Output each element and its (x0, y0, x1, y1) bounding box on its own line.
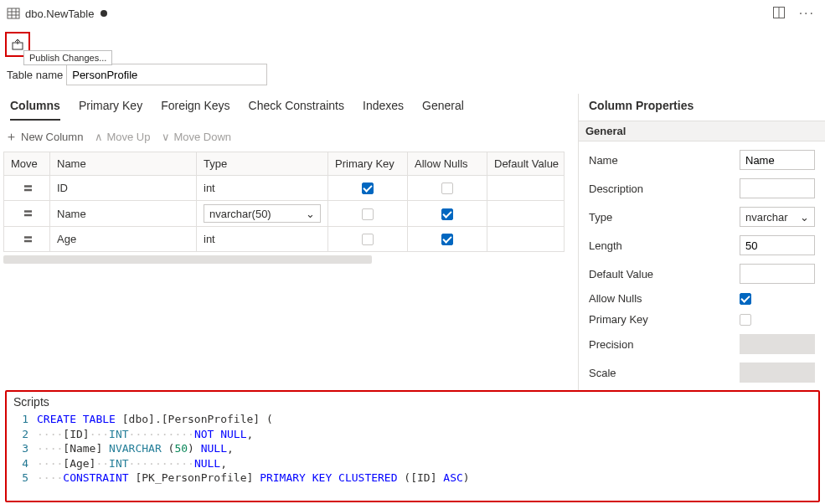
scripts-panel: Scripts 1CREATE TABLE [dbo].[PersonProfi… (5, 390, 820, 502)
chevron-down-icon: ⌄ (306, 208, 315, 220)
designer-tabs: Columns Primary Key Foreign Keys Check C… (0, 94, 578, 121)
move-up-button[interactable]: ∧ Move Up (95, 131, 150, 143)
publish-button-highlight: Publish Changes... (5, 32, 30, 57)
plus-icon: ＋ (5, 129, 18, 145)
table-name-input[interactable] (66, 64, 267, 85)
drag-handle-icon[interactable]: 〓 (4, 176, 50, 201)
drag-handle-icon[interactable]: 〓 (4, 227, 50, 252)
properties-title: Column Properties (589, 94, 815, 121)
type-value: int (204, 233, 215, 245)
prop-type-value: nvarchar (745, 211, 788, 224)
prop-label-default: Default Value (589, 268, 740, 280)
pk-checkbox[interactable] (362, 183, 374, 194)
scripts-title: Scripts (13, 395, 812, 409)
allownulls-checkbox[interactable] (441, 234, 453, 245)
default-value-cell[interactable] (487, 201, 565, 227)
unsaved-indicator-icon (101, 10, 107, 17)
pk-checkbox[interactable] (362, 234, 374, 245)
tab-indexes[interactable]: Indexes (363, 94, 404, 121)
move-down-label: Move Down (173, 131, 231, 143)
table-icon (7, 7, 20, 20)
new-column-label: New Column (21, 131, 83, 143)
table-name-label: Table name (7, 69, 63, 81)
prop-name-input[interactable] (740, 150, 815, 170)
column-properties-panel: Column Properties General Name Descripti… (578, 94, 825, 401)
allownulls-checkbox[interactable] (441, 183, 453, 194)
type-value: int (204, 182, 215, 194)
col-header-name[interactable]: Name (50, 152, 197, 176)
move-up-label: Move Up (106, 131, 150, 143)
prop-label-allownulls: Allow Nulls (589, 292, 740, 305)
new-column-button[interactable]: ＋ New Column (5, 129, 83, 145)
prop-default-input[interactable] (740, 264, 815, 284)
prop-label-length: Length (589, 239, 740, 252)
tab-columns[interactable]: Columns (10, 94, 60, 121)
split-editor-icon[interactable] (769, 4, 789, 23)
column-name-cell[interactable]: ID (50, 176, 197, 201)
move-down-button[interactable]: ∨ Move Down (162, 131, 231, 143)
title-bar: dbo.NewTable ··· (0, 0, 825, 27)
toolbar: Publish Changes... (0, 27, 825, 57)
tab-check-constraints[interactable]: Check Constraints (249, 94, 344, 121)
prop-label-name: Name (589, 154, 740, 167)
table-row[interactable]: 〓 Age int (4, 227, 565, 252)
table-row[interactable]: 〓 ID int (4, 176, 565, 201)
prop-type-select[interactable]: nvarchar ⌄ (740, 207, 815, 227)
prop-precision-input (740, 334, 815, 354)
chevron-down-icon: ∨ (162, 131, 170, 143)
prop-description-input[interactable] (740, 178, 815, 198)
column-name-cell[interactable]: Age (50, 227, 197, 252)
col-header-type[interactable]: Type (197, 152, 328, 176)
column-type-cell[interactable]: int (197, 227, 328, 252)
prop-length-input[interactable] (740, 235, 815, 255)
columns-table: Move Name Type Primary Key Allow Nulls D… (3, 152, 565, 252)
prop-scale-input (740, 363, 815, 383)
column-type-cell[interactable]: nvarchar(50)⌄ (197, 201, 328, 227)
col-header-default[interactable]: Default Value (487, 152, 565, 176)
tab-primary-key[interactable]: Primary Key (79, 94, 142, 121)
editor-tab-title[interactable]: dbo.NewTable (25, 8, 94, 20)
prop-allownulls-checkbox[interactable] (740, 293, 751, 305)
col-header-move[interactable]: Move (4, 152, 50, 176)
col-header-pk[interactable]: Primary Key (328, 152, 408, 176)
table-name-row: Table name (0, 57, 825, 94)
columns-toolbar: ＋ New Column ∧ Move Up ∨ Move Down (0, 121, 578, 152)
horizontal-scrollbar[interactable] (3, 255, 372, 264)
default-value-cell[interactable] (487, 176, 565, 201)
prop-label-description: Description (589, 183, 740, 195)
type-select[interactable]: nvarchar(50)⌄ (204, 204, 321, 223)
prop-label-type: Type (589, 211, 740, 224)
column-name-cell[interactable]: Name (50, 201, 197, 227)
table-row[interactable]: 〓 Name nvarchar(50)⌄ (4, 201, 565, 227)
prop-pk-checkbox[interactable] (740, 314, 751, 326)
prop-label-scale: Scale (589, 367, 740, 379)
publish-tooltip: Publish Changes... (23, 50, 112, 65)
allownulls-checkbox[interactable] (441, 208, 453, 220)
svg-rect-0 (8, 8, 19, 18)
drag-handle-icon[interactable]: 〓 (4, 201, 50, 227)
sql-script-editor[interactable]: 1CREATE TABLE [dbo].[PersonProfile] (2··… (13, 412, 812, 486)
column-type-cell[interactable]: int (197, 176, 328, 201)
properties-section-general: General (579, 121, 825, 141)
type-value: nvarchar(50) (209, 208, 271, 220)
tab-foreign-keys[interactable]: Foreign Keys (161, 94, 229, 121)
col-header-nulls[interactable]: Allow Nulls (408, 152, 487, 176)
more-actions-icon[interactable]: ··· (796, 4, 818, 23)
prop-label-precision: Precision (589, 338, 740, 351)
prop-label-pk: Primary Key (589, 313, 740, 326)
chevron-down-icon: ⌄ (800, 211, 809, 224)
tab-general[interactable]: General (422, 94, 464, 121)
chevron-up-icon: ∧ (95, 131, 103, 143)
default-value-cell[interactable] (487, 227, 565, 252)
pk-checkbox[interactable] (362, 208, 374, 220)
